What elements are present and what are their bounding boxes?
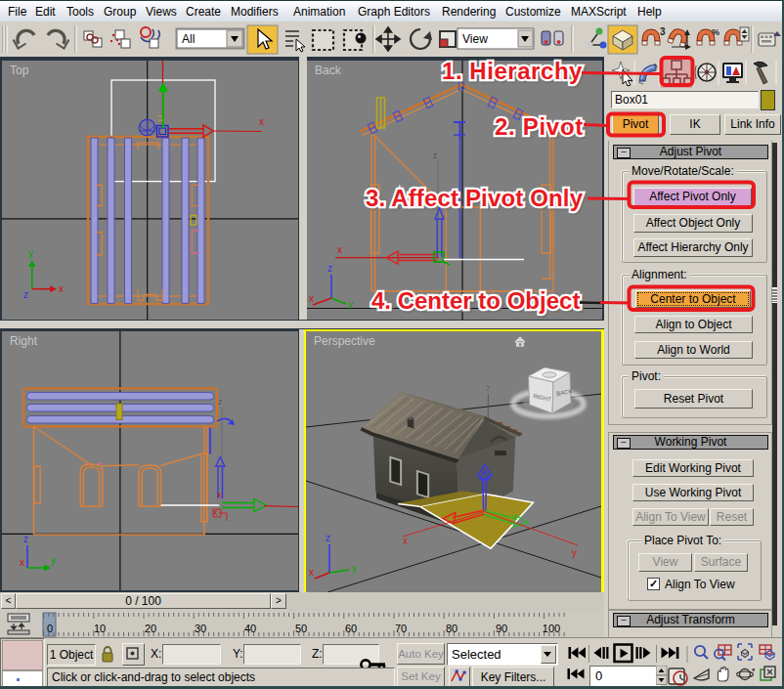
svg-text:x: x	[403, 536, 408, 546]
svg-text:3: 3	[660, 26, 666, 37]
svg-text:100: 100	[543, 623, 560, 634]
svg-text:70: 70	[395, 623, 407, 634]
svg-text:z: z	[23, 289, 28, 300]
svg-text:View: View	[462, 32, 488, 46]
svg-text:y: y	[348, 299, 353, 310]
svg-text:%: %	[712, 27, 719, 37]
svg-text:y: y	[572, 547, 577, 558]
svg-text:10: 10	[94, 623, 106, 634]
svg-text:90: 90	[496, 623, 507, 634]
svg-text:60: 60	[345, 623, 357, 634]
svg-text:x: x	[309, 567, 314, 578]
svg-text:y: y	[51, 555, 56, 566]
svg-text:50: 50	[295, 623, 307, 634]
svg-text:0: 0	[47, 623, 53, 634]
svg-text:z: z	[326, 533, 330, 543]
svg-text:80: 80	[446, 623, 457, 634]
svg-text:40: 40	[244, 623, 256, 634]
svg-text:x: x	[309, 293, 314, 304]
svg-text:x: x	[20, 557, 24, 568]
svg-text:30: 30	[195, 623, 206, 634]
svg-text:z: z	[486, 383, 491, 393]
svg-text:x: x	[59, 283, 64, 294]
svg-text:z: z	[433, 151, 438, 160]
svg-text:z: z	[218, 397, 223, 407]
svg-text:y: y	[28, 248, 33, 259]
svg-text:All: All	[182, 32, 195, 46]
svg-text:20: 20	[145, 623, 156, 634]
svg-text:x: x	[337, 244, 342, 255]
svg-text:z: z	[327, 263, 332, 274]
svg-text:x: x	[217, 490, 222, 499]
svg-text:y: y	[352, 563, 357, 574]
svg-text:z: z	[23, 534, 28, 544]
svg-text:x: x	[259, 116, 264, 127]
